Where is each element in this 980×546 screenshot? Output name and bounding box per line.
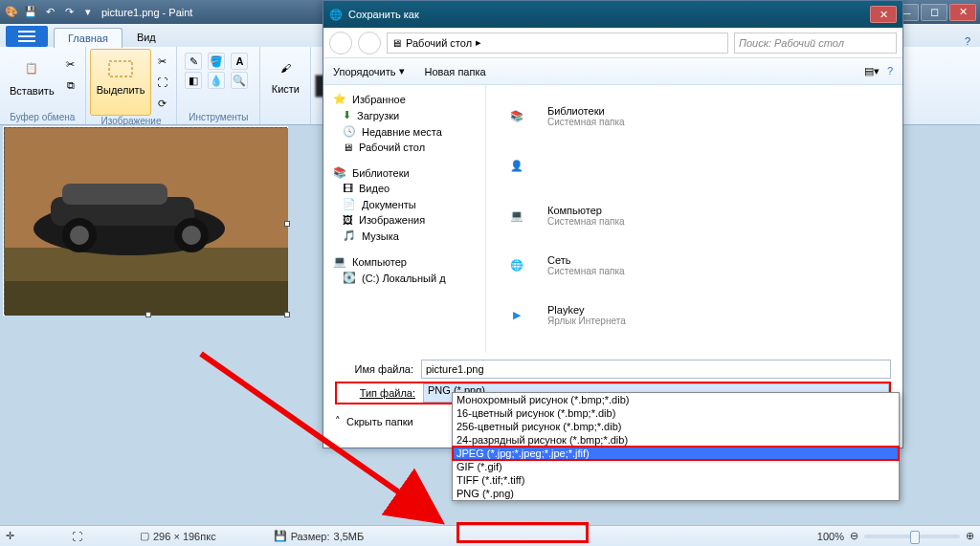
hide-folders-button[interactable]: Скрыть папки	[346, 416, 413, 427]
eraser-icon[interactable]: ◧	[185, 72, 202, 89]
item-libraries[interactable]: 📚 БиблиотекиСистемная папка	[492, 91, 897, 141]
search-input[interactable]: Поиск: Рабочий стол	[734, 33, 897, 54]
disk-icon: 💾	[274, 530, 287, 542]
status-bar: ✛ ⛶ ▢296 × 196пкс 💾Размер: 3,5МБ 100% ⊖ …	[0, 525, 980, 546]
item-user[interactable]: 👤	[492, 141, 897, 190]
dialog-icon: 🌐	[329, 9, 343, 21]
save-icon[interactable]: 💾	[23, 5, 38, 20]
item-computer[interactable]: 💻 КомпьютерСистемная папка	[492, 190, 897, 240]
sidebar-video[interactable]: 🎞Видео	[329, 181, 479, 196]
redo-icon[interactable]: ↷	[61, 5, 77, 20]
file-menu-button[interactable]	[6, 26, 48, 47]
zoom-value: 100%	[817, 531, 844, 542]
file-size: 3,5МБ	[334, 531, 365, 542]
cursor-icon: ✛	[6, 530, 14, 542]
text-icon[interactable]: A	[231, 53, 248, 70]
svg-point-8	[70, 226, 89, 245]
crop-icon[interactable]: ✂	[153, 53, 170, 70]
computer-header[interactable]: 💻Компьютер	[329, 251, 479, 270]
dialog-title: Сохранить как	[348, 9, 419, 20]
qat-dropdown-icon[interactable]: ▾	[80, 5, 96, 20]
dd-option[interactable]: GIF (*.gif)	[453, 460, 899, 473]
favorites-header[interactable]: ⭐Избранное	[329, 89, 479, 107]
select-button[interactable]: Выделить	[90, 49, 152, 116]
sidebar-recent[interactable]: 🕓Недавние места	[329, 123, 479, 140]
sidebar-cdrive[interactable]: 💽(C:) Локальный д	[329, 270, 479, 286]
filename-input[interactable]	[421, 360, 891, 379]
help-icon[interactable]: ?	[965, 35, 970, 47]
sidebar-downloads[interactable]: ⬇Загрузки	[329, 107, 479, 123]
fill-icon[interactable]: 🪣	[208, 53, 225, 70]
brushes-button[interactable]: 🖌 Кисти	[264, 49, 306, 98]
canvas-dimensions: 296 × 196пкс	[153, 531, 216, 542]
brush-icon: 🖌	[270, 53, 301, 83]
pencil-icon[interactable]: ✎	[185, 53, 202, 70]
dialog-close-button[interactable]: ✕	[870, 6, 897, 23]
nav-back-button[interactable]	[329, 32, 352, 55]
zoom-in-button[interactable]: ⊕	[966, 530, 974, 542]
dialog-titlebar: 🌐 Сохранить как ✕	[323, 1, 902, 28]
clipboard-icon: 📋	[16, 53, 47, 83]
sidebar-desktop[interactable]: 🖥Рабочий стол	[329, 140, 479, 155]
nav-forward-button[interactable]	[358, 32, 381, 55]
organize-button[interactable]: Упорядочить▾	[333, 65, 405, 77]
svg-rect-0	[109, 61, 132, 76]
user-icon: 👤	[496, 144, 538, 186]
filetype-label: Тип файла:	[337, 387, 415, 399]
shortcut-icon: ▶	[496, 294, 538, 336]
breadcrumb-text: Рабочий стол	[406, 37, 472, 49]
chevron-right-icon[interactable]: ▸	[476, 36, 481, 49]
view-options-button[interactable]: ▤▾	[864, 65, 880, 77]
dialog-sidebar: ⭐Избранное ⬇Загрузки 🕓Недавние места 🖥Ра…	[323, 85, 486, 353]
item-playkey[interactable]: ▶ PlaykeyЯрлык Интернета	[492, 290, 897, 339]
svg-rect-6	[62, 184, 167, 205]
dd-option[interactable]: PNG (*.png)	[453, 487, 899, 500]
tab-view[interactable]: Вид	[122, 27, 170, 47]
close-button[interactable]: ✕	[949, 4, 976, 21]
filetype-dropdown[interactable]: Монохромный рисунок (*.bmp;*.dib) 16-цве…	[452, 392, 900, 501]
sidebar-music[interactable]: 🎵Музыка	[329, 228, 479, 244]
libraries-header[interactable]: 📚Библиотеки	[329, 163, 479, 181]
group-clipboard-label: Буфер обмена	[10, 112, 75, 122]
dialog-toolbar: Упорядочить▾ Новая папка ▤▾ ?	[323, 58, 902, 85]
undo-icon[interactable]: ↶	[42, 5, 57, 20]
cut-icon[interactable]: ✂	[62, 55, 79, 73]
dd-option[interactable]: 16-цветный рисунок (*.bmp;*.dib)	[453, 406, 899, 420]
new-folder-button[interactable]: Новая папка	[424, 66, 485, 77]
svg-point-10	[182, 226, 201, 245]
dialog-file-list[interactable]: 📚 БиблиотекиСистемная папка 👤 💻 Компьюте…	[486, 85, 902, 353]
svg-rect-3	[5, 281, 288, 316]
paint-app-icon: 🎨	[4, 5, 19, 20]
help-dialog-icon[interactable]: ?	[887, 65, 893, 77]
computer-icon: 💻	[496, 194, 538, 236]
dd-option[interactable]: Монохромный рисунок (*.bmp;*.dib)	[453, 393, 899, 406]
zoom-icon[interactable]: 🔍	[231, 72, 248, 89]
size-label: Размер:	[291, 531, 330, 542]
dd-option[interactable]: 24-разрядный рисунок (*.bmp;*.dib)	[453, 433, 899, 447]
selection-size-icon: ⛶	[72, 531, 82, 542]
copy-icon[interactable]: ⧉	[62, 76, 79, 94]
dd-option-jpeg[interactable]: JPEG (*.jpg;*.jpeg;*.jpe;*.jfif)	[453, 447, 899, 460]
maximize-button[interactable]: ◻	[921, 4, 947, 21]
sidebar-images[interactable]: 🖼Изображения	[329, 212, 479, 228]
picker-icon[interactable]: 💧	[208, 72, 225, 89]
paste-button[interactable]: 📋 Вставить	[4, 49, 60, 100]
chevron-up-icon[interactable]: ˄	[335, 415, 341, 427]
item-network[interactable]: 🌐 СетьСистемная папка	[492, 240, 897, 290]
paste-label: Вставить	[10, 85, 55, 97]
zoom-slider[interactable]	[864, 535, 960, 538]
save-as-dialog: 🌐 Сохранить как ✕ 🖥 Рабочий стол ▸ Поиск…	[323, 0, 903, 448]
dd-option[interactable]: 256-цветный рисунок (*.bmp;*.dib)	[453, 420, 899, 433]
quick-access-toolbar: 🎨 💾 ↶ ↷ ▾	[4, 5, 96, 20]
rotate-icon[interactable]: ⟳	[153, 95, 170, 112]
dialog-nav: 🖥 Рабочий стол ▸ Поиск: Рабочий стол	[323, 28, 902, 58]
tab-home[interactable]: Главная	[54, 28, 122, 48]
resize-icon[interactable]: ⛶	[153, 74, 170, 91]
filename-label: Имя файла:	[335, 363, 413, 375]
image-canvas[interactable]	[4, 127, 287, 315]
dd-option[interactable]: TIFF (*.tif;*.tiff)	[453, 473, 899, 487]
sidebar-documents[interactable]: 📄Документы	[329, 196, 479, 212]
chevron-down-icon: ▾	[399, 65, 405, 77]
zoom-out-button[interactable]: ⊖	[850, 530, 858, 542]
breadcrumb-bar[interactable]: 🖥 Рабочий стол ▸	[387, 33, 728, 54]
